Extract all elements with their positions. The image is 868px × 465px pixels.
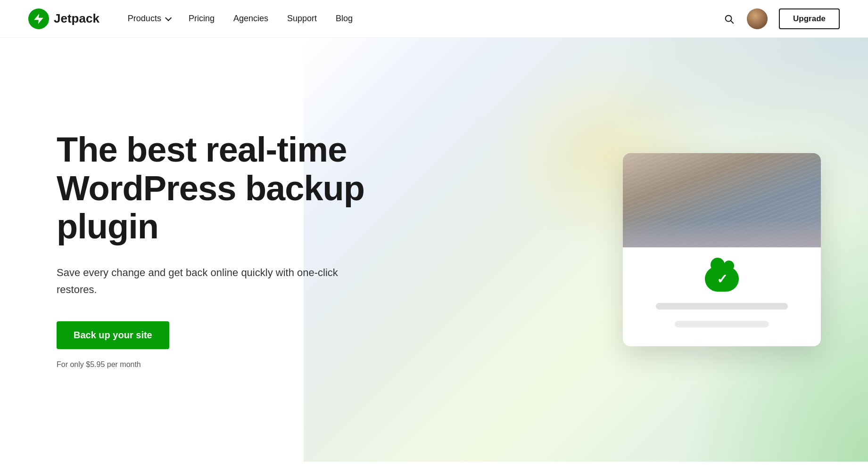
nav-links: Products Pricing Agencies Support Blog bbox=[128, 14, 722, 24]
nav-link-pricing[interactable]: Pricing bbox=[189, 14, 215, 24]
hero-subtitle: Save every change and get back online qu… bbox=[57, 264, 377, 297]
card-body: ✓ bbox=[623, 247, 821, 346]
nav-actions: Upgrade bbox=[722, 8, 840, 29]
svg-line-1 bbox=[731, 21, 733, 23]
price-note: For only $5.95 per month bbox=[57, 360, 396, 369]
hero-section: The best real-time WordPress backup plug… bbox=[0, 38, 868, 462]
check-mark: ✓ bbox=[717, 271, 727, 287]
nav-link-support[interactable]: Support bbox=[287, 14, 317, 24]
search-icon[interactable] bbox=[722, 12, 736, 25]
hero-card: ✓ bbox=[623, 153, 821, 346]
upgrade-button[interactable]: Upgrade bbox=[779, 8, 840, 29]
brand-name: Jetpack bbox=[54, 11, 99, 26]
hero-card-wrapper: ✓ bbox=[623, 153, 821, 346]
avatar-image bbox=[747, 8, 768, 29]
card-line-2 bbox=[675, 321, 769, 327]
nav-link-products[interactable]: Products bbox=[128, 14, 170, 24]
bolt-icon bbox=[33, 13, 45, 25]
hero-title: The best real-time WordPress backup plug… bbox=[57, 131, 396, 245]
card-line-1 bbox=[656, 303, 788, 310]
brand-logo[interactable]: Jetpack bbox=[28, 8, 99, 29]
nav-link-agencies[interactable]: Agencies bbox=[233, 14, 268, 24]
hero-content: The best real-time WordPress backup plug… bbox=[0, 93, 424, 407]
user-avatar[interactable] bbox=[747, 8, 768, 29]
card-image bbox=[623, 153, 821, 247]
chevron-down-icon bbox=[165, 14, 172, 21]
cloud-check-icon: ✓ bbox=[705, 266, 739, 292]
cta-button[interactable]: Back up your site bbox=[57, 321, 169, 349]
logo-icon bbox=[28, 8, 49, 29]
hero-cta-wrapper: Back up your site For only $5.95 per mon… bbox=[57, 321, 396, 369]
navbar: Jetpack Products Pricing Agencies Suppor… bbox=[0, 0, 868, 38]
nav-link-blog[interactable]: Blog bbox=[336, 14, 353, 24]
